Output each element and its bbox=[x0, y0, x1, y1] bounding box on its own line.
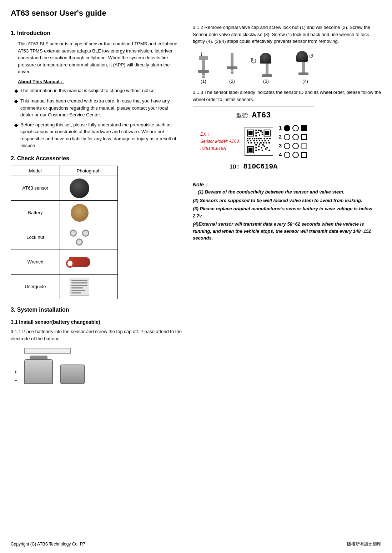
about-title: About This Manual： bbox=[18, 78, 182, 85]
table-row: Lock nut bbox=[11, 225, 118, 250]
valve-shaft bbox=[202, 60, 205, 70]
svg-rect-6 bbox=[265, 131, 270, 135]
wheel-square-empty-2 bbox=[301, 134, 307, 140]
model-cell: AT63 sensor bbox=[11, 176, 60, 201]
accessories-table: Model Photograph AT63 sensor Battery bbox=[11, 166, 118, 300]
note-item-2: (2) Sensors are supposed to be well lock… bbox=[193, 197, 381, 204]
svg-rect-29 bbox=[247, 140, 248, 141]
wheel-empty-circle-3b bbox=[292, 143, 299, 149]
svg-rect-47 bbox=[261, 147, 262, 149]
svg-rect-31 bbox=[253, 140, 255, 141]
valve-thread bbox=[202, 73, 205, 78]
photo-cell bbox=[60, 250, 117, 275]
svg-rect-25 bbox=[260, 138, 262, 139]
id-value: 810C619A bbox=[243, 162, 277, 171]
svg-rect-16 bbox=[255, 135, 257, 137]
svg-rect-43 bbox=[266, 142, 267, 144]
right-column: 3.1.2 Remove original valve cap and scre… bbox=[193, 24, 381, 388]
valve-step-2: (2) bbox=[221, 49, 243, 85]
svg-rect-32 bbox=[256, 140, 257, 141]
svg-rect-35 bbox=[265, 140, 266, 141]
note-section: Note： (1) Beware of the conductivity bet… bbox=[193, 181, 381, 242]
curved-arrow-icon: ↻ bbox=[250, 55, 257, 67]
battery-top bbox=[30, 356, 47, 359]
footer-right: 版權所有請勿翻印 bbox=[347, 541, 381, 547]
battery-connector-group bbox=[24, 346, 85, 384]
qr-code bbox=[245, 127, 273, 156]
bullet-text-3: Before operating this set, please fully … bbox=[20, 121, 182, 149]
wheel-empty-circle-2 bbox=[284, 134, 290, 140]
sensor-photo-container bbox=[64, 177, 96, 199]
col-photo: Photograph bbox=[60, 166, 117, 176]
userguide-line bbox=[71, 280, 87, 281]
svg-rect-44 bbox=[268, 142, 270, 144]
svg-rect-18 bbox=[262, 134, 263, 135]
bullet-text-2: This manual has been created with extra … bbox=[20, 97, 182, 119]
wheel-row-1: 1 bbox=[279, 124, 307, 132]
model-line: 型號: AT63 bbox=[236, 110, 271, 121]
sub-section-title: 3.1 Install sensor(battery changeable) bbox=[11, 318, 182, 326]
svg-rect-51 bbox=[258, 149, 260, 150]
footer-left: Copyright (C) ATBS Technology Co. R7 bbox=[11, 541, 85, 547]
svg-rect-28 bbox=[269, 138, 271, 139]
table-row: AT63 sensor bbox=[11, 176, 118, 201]
left-column: 1. Introduction This AT63 BLE sensor is … bbox=[11, 24, 182, 388]
svg-rect-27 bbox=[267, 138, 268, 139]
userguide-photo-container bbox=[64, 276, 96, 297]
svg-rect-13 bbox=[257, 132, 259, 133]
valve-base-4 bbox=[298, 72, 308, 75]
battery-components bbox=[24, 356, 85, 384]
valve-shaft-2 bbox=[231, 53, 233, 66]
userguide-line bbox=[71, 282, 87, 283]
wheel-empty-circle-4 bbox=[284, 152, 290, 158]
svg-rect-23 bbox=[256, 138, 257, 139]
battery-photo bbox=[71, 204, 89, 222]
step-label-1: (1) bbox=[201, 78, 206, 85]
wheel-filled-circle-1 bbox=[284, 125, 290, 131]
wheel-empty-circle-3 bbox=[284, 143, 290, 149]
svg-rect-48 bbox=[264, 146, 265, 147]
valve-step-4: ↺ (4) bbox=[289, 49, 321, 85]
locknut-circle-3 bbox=[76, 238, 83, 246]
svg-rect-34 bbox=[262, 140, 263, 141]
svg-rect-9 bbox=[248, 148, 253, 152]
qr-wheels-row: EX： Sensor Model: AT63 ID:810C619A bbox=[200, 124, 307, 159]
id-prefix: ID: bbox=[230, 164, 240, 170]
model-cell: Battery bbox=[11, 201, 60, 225]
svg-rect-21 bbox=[252, 138, 253, 139]
svg-rect-17 bbox=[259, 135, 260, 136]
svg-rect-39 bbox=[254, 142, 256, 144]
step-3-1-1: 3.1.1 Place batteries into the sensor an… bbox=[11, 328, 182, 342]
model-label-text: 型號: bbox=[236, 111, 248, 120]
svg-rect-30 bbox=[250, 140, 251, 141]
svg-rect-36 bbox=[268, 140, 269, 141]
svg-rect-12 bbox=[255, 132, 257, 134]
bullet-icon-3: ◆ bbox=[14, 121, 18, 149]
svg-rect-57 bbox=[262, 144, 264, 146]
sensor-id-label: ID:810C619A bbox=[200, 145, 239, 152]
userguide-line bbox=[71, 285, 87, 286]
svg-rect-11 bbox=[258, 130, 260, 131]
sensor-body-4 bbox=[296, 51, 308, 62]
section-1-title: 1. Introduction bbox=[11, 29, 182, 37]
valve-base bbox=[198, 70, 209, 73]
wheel-indicators: 1 2 3 bbox=[279, 124, 307, 159]
plus-label: + bbox=[14, 368, 17, 376]
valve-figures: ↓ (1) (2) bbox=[193, 49, 381, 85]
note-item-4: (4)External sensor will transmit data ev… bbox=[193, 221, 381, 242]
wheel-num-1: 1 bbox=[279, 124, 282, 132]
wheel-square-filled-1 bbox=[301, 125, 307, 131]
step-label-4: (4) bbox=[302, 78, 308, 85]
wheel-num-4: 4 bbox=[279, 151, 282, 159]
valve-img-4: ↺ bbox=[289, 49, 321, 78]
id-line: ID: 810C619A bbox=[230, 161, 277, 172]
sensor-body bbox=[260, 53, 271, 64]
photo-cell bbox=[60, 201, 117, 225]
svg-rect-26 bbox=[264, 138, 265, 139]
model-cell: Lock nut bbox=[11, 225, 60, 250]
photo-cell bbox=[60, 225, 117, 250]
bullet-3: ◆ Before operating this set, please full… bbox=[14, 121, 182, 149]
locknut-photo-container bbox=[64, 227, 96, 248]
section-2-title: 2. Check Accessories bbox=[11, 154, 182, 163]
table-row: Battery bbox=[11, 201, 118, 225]
